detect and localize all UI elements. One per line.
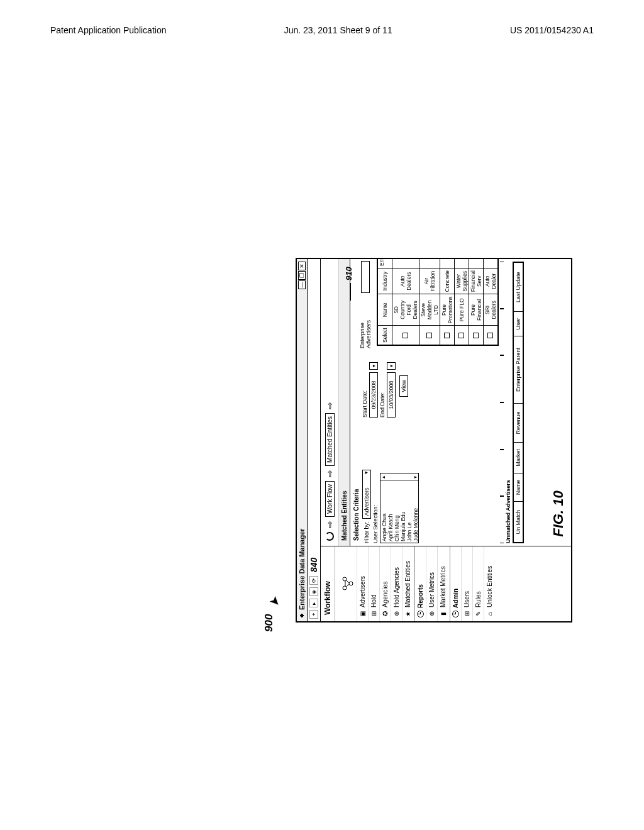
list-item[interactable]: Manjula Edu [400,482,406,541]
column-header[interactable]: User [514,312,523,336]
sidebar-item-label: Unlock Entities [486,566,493,607]
maximize-button[interactable]: ❐ [298,271,306,280]
list-item[interactable]: John Le [406,482,413,541]
cell-eid: 120 [469,259,484,268]
window-title: Enterprise Data Manager [298,528,306,610]
date-sheet-label: Jun. 23, 2011 Sheet 9 of 11 [284,25,392,35]
start-date-input[interactable]: 09/23/2008 [369,372,378,418]
cell-industry: Financial Serv [469,268,484,294]
table-row: SRI DealersAuto Dealer121 [484,259,498,345]
refresh-button[interactable]: ⟳ [309,576,318,585]
svg-point-0 [343,587,347,590]
breadcrumb-matched[interactable]: Matched Entities [325,413,335,466]
nav-button[interactable]: ▸ [309,599,318,607]
column-header[interactable]: Industry [378,268,392,294]
list-item[interactable]: Chin Meng [394,482,400,541]
sidebar-item-advertisers[interactable]: ▣Advertisers [357,546,368,621]
close-button[interactable]: ✕ [298,262,306,270]
end-date-label: End Date: [379,392,386,418]
sidebar-item-label: Users [464,591,470,607]
clock-icon [417,611,424,617]
svg-line-4 [347,585,349,587]
listbox-scrollbar[interactable]: ▴▾ [380,473,418,481]
list-item[interactable]: April Keach [387,482,394,541]
row-checkbox[interactable] [473,333,479,338]
row-checkbox[interactable] [487,333,493,338]
sidebar-icon: ⊛ [393,610,400,617]
sidebar-item-rules[interactable]: ✎Rules [472,546,484,621]
row-checkbox[interactable] [402,333,408,338]
user-selection-label: User Selection: [372,505,379,543]
selection-criteria-label: Selection Criteria [352,424,361,543]
sidebar-item-hold-agencies[interactable]: ⊛Hold Agencies [391,546,402,621]
enterprise-advertisers-label: Enterprise Advertisers [359,299,372,348]
sidebar-item-reports[interactable]: Reports [414,546,426,621]
sidebar-item-matched-entities[interactable]: ★Matched Entities [402,546,413,621]
start-date-picker-button[interactable]: ▾ [369,362,378,370]
column-header[interactable]: Market [514,442,523,473]
matched-entities-chip: Matched Entities [339,259,350,546]
column-header[interactable]: Name [514,473,523,502]
list-item[interactable]: Jude Mclenne [413,482,419,541]
unmatched-table: Un MatchNameMarketRevenueEnterprise Pare… [513,262,524,543]
arrow-icon: ⇨ [325,470,335,477]
sidebar-item-market-metrics[interactable]: ▮Market Metrics [437,546,448,621]
end-date-picker-button[interactable]: ▾ [387,362,396,370]
cell-eid: 90 [419,259,440,268]
table-row: Pure PromotionsConcrete117 [440,259,455,345]
sidebar-item-hold[interactable]: ⊞Hold [368,546,379,621]
sidebar-workflow-header[interactable]: Workflow [321,546,335,621]
cell-eid: 82 [392,259,419,268]
lookup-input[interactable] [361,261,370,293]
svg-line-5 [347,581,349,584]
column-header[interactable]: Enterprise Parent [514,336,523,404]
column-header[interactable]: Un Match [514,502,523,543]
sidebar-item-admin[interactable]: Admin [450,546,461,621]
scroll-up-icon[interactable]: ▴ [380,476,386,479]
arrow-icon: ⇨ [325,521,335,528]
sidebar-item-user-metrics[interactable]: ⊕User Metrics [426,546,437,621]
column-resizers[interactable] [500,262,502,543]
layers-button[interactable]: ◈ [309,587,318,596]
sidebar-icon: ⌂ [486,610,493,617]
table-row: SD Country Ford DealersAuto Dealers82 [392,259,419,345]
cell-eid: 121 [484,259,498,268]
column-header[interactable]: Revenue [514,404,523,442]
end-date-input[interactable]: 10/03/2008 [387,372,396,418]
cell-industry: Auto Dealers [392,268,419,294]
sidebar-icon: ▮ [440,610,447,617]
figure-label: FIG. 10 [550,490,566,536]
sidebar-icon: ⊕ [428,610,435,617]
row-checkbox[interactable] [426,333,432,338]
sidebar-item-label: Advertisers [359,576,366,607]
sidebar-item-agencies[interactable]: ✪Agencies [379,546,391,621]
spinner-icon [325,532,334,541]
minimize-button[interactable]: — [298,280,306,289]
workflow-label: Workflow [323,581,332,615]
column-header[interactable]: Select [378,326,392,345]
ref-900-label: 900 [263,614,275,632]
add-button[interactable]: + [309,610,318,619]
window: Enterprise Data Manager — ❐ ✕ + ▸ ◈ ⟳ 84… [296,258,572,622]
column-header[interactable]: Name [378,294,392,326]
patent-number-label: US 2011/0154230 A1 [510,25,594,35]
sidebar-icon: ▣ [359,610,366,617]
sidebar-icon: ✪ [382,610,389,617]
column-header[interactable]: Last Update [514,263,523,312]
row-checkbox[interactable] [458,333,464,338]
breadcrumb-workflow[interactable]: Work Flow [325,481,335,517]
cluster-icon [338,546,357,621]
cell-name: Pure Promotions [440,294,455,326]
row-checkbox[interactable] [444,333,450,338]
list-item[interactable]: Angie Chua [381,482,387,541]
view-button[interactable]: View [399,375,408,396]
cell-name: Pure Financial [469,294,484,326]
user-selection-listbox[interactable]: Angie ChuaApril KeachChin MengManjula Ed… [380,473,419,543]
scroll-down-icon[interactable]: ▾ [413,476,418,479]
sidebar-item-users[interactable]: ⊞Users [461,546,472,621]
sidebar-item-unlock-entities[interactable]: ⌂Unlock Entities [484,546,495,621]
column-header[interactable]: Enterprise ID [378,259,392,268]
app-icon [299,612,305,619]
filter-by-select[interactable]: Advertisers [362,470,371,519]
patent-pub-label: Patent Application Publication [50,25,166,35]
